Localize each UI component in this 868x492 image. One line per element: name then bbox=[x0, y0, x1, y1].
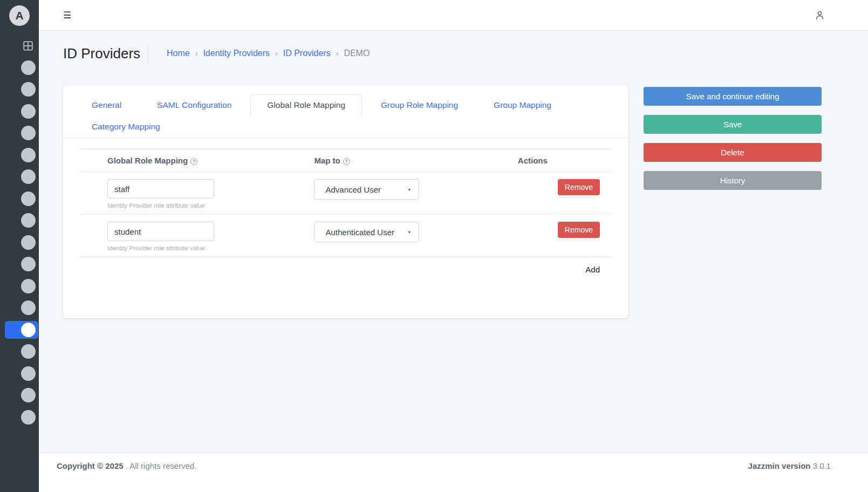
remove-button[interactable]: Remove bbox=[558, 222, 600, 238]
menu-item-icon bbox=[21, 279, 36, 293]
save-and-continue-button[interactable]: Save and continue editing bbox=[644, 87, 822, 106]
save-button[interactable]: Save bbox=[644, 115, 822, 134]
sidebar: A bbox=[0, 0, 39, 492]
sidebar-item[interactable] bbox=[0, 410, 39, 425]
hamburger-icon[interactable]: ☰ bbox=[63, 11, 71, 20]
menu-item-icon bbox=[21, 82, 36, 97]
column-header-label: Map to bbox=[314, 156, 340, 165]
card-body: Global Role Mapping? Map to? Actions bbox=[63, 138, 628, 304]
sidebar-item[interactable] bbox=[0, 279, 39, 293]
column-header-actions: Actions bbox=[507, 149, 612, 172]
help-icon: ? bbox=[343, 158, 350, 165]
sidebar-item[interactable] bbox=[0, 104, 39, 119]
history-button[interactable]: History bbox=[644, 171, 822, 190]
sidebar-item[interactable] bbox=[0, 82, 39, 97]
page-title: ID Providers bbox=[63, 44, 140, 63]
footer-version: Jazzmin version 3.0.1 bbox=[748, 461, 831, 492]
select-value: Advanced User bbox=[325, 185, 381, 194]
menu-item-icon bbox=[21, 148, 36, 162]
user-icon bbox=[815, 10, 825, 20]
breadcrumb-home[interactable]: Home bbox=[167, 49, 190, 58]
add-row: Add bbox=[79, 257, 612, 275]
tab-row-2: Category Mapping bbox=[75, 116, 618, 138]
table-header-row: Global Role Mapping? Map to? Actions bbox=[79, 149, 612, 172]
add-mapping-link[interactable]: Add bbox=[585, 265, 600, 274]
menu-item-icon bbox=[21, 60, 36, 75]
menu-item-icon bbox=[21, 300, 36, 315]
tab-general[interactable]: General bbox=[75, 94, 138, 116]
grid-icon bbox=[23, 41, 33, 51]
breadcrumb-id-providers[interactable]: ID Providers bbox=[283, 49, 331, 58]
sidebar-item[interactable] bbox=[0, 388, 39, 402]
content-header: ID Providers Home › Identity Providers ›… bbox=[39, 31, 868, 71]
column-header-label: Global Role Mapping bbox=[107, 156, 188, 165]
map-to-select[interactable]: Authenticated User ▼ bbox=[314, 222, 419, 242]
sidebar-item[interactable] bbox=[0, 126, 39, 140]
footer-copyright-rest: . All rights reserved. bbox=[124, 461, 197, 470]
content: General SAML Configuration Global Role M… bbox=[39, 71, 868, 318]
brand-logo[interactable]: A bbox=[0, 0, 39, 31]
tab-group-mapping[interactable]: Group Mapping bbox=[477, 94, 568, 116]
table-row: Identity Provider role attribute value A… bbox=[79, 215, 612, 257]
menu-item-icon bbox=[21, 410, 36, 425]
menu-item-icon bbox=[21, 169, 36, 184]
footer-version-rest: 3.0.1 bbox=[810, 461, 831, 470]
footer-version-bold: Jazzmin version bbox=[748, 461, 811, 470]
sidebar-item[interactable] bbox=[0, 192, 39, 206]
header-divider bbox=[148, 44, 148, 63]
menu-item-icon bbox=[21, 192, 36, 206]
role-value-input[interactable] bbox=[107, 179, 214, 199]
sidebar-item[interactable] bbox=[0, 257, 39, 271]
sidebar-item[interactable] bbox=[0, 169, 39, 184]
menu-item-icon bbox=[21, 366, 36, 381]
table-row: Identity Provider role attribute value A… bbox=[79, 172, 612, 215]
help-icon: ? bbox=[190, 158, 197, 165]
sidebar-item-active[interactable] bbox=[5, 321, 38, 339]
card-tabs: General SAML Configuration Global Role M… bbox=[63, 85, 628, 138]
user-menu-button[interactable] bbox=[815, 10, 825, 20]
tab-category-mapping[interactable]: Category Mapping bbox=[75, 116, 177, 138]
footer-copyright-bold: Copyright © 2025 bbox=[57, 461, 124, 470]
select-value: Authenticated User bbox=[325, 228, 394, 237]
chevron-down-icon: ▼ bbox=[408, 188, 412, 192]
footer-copyright: Copyright © 2025 . All rights reserved. bbox=[57, 461, 196, 492]
breadcrumb-separator: › bbox=[336, 49, 339, 58]
sidebar-item[interactable] bbox=[0, 300, 39, 315]
sidebar-item[interactable] bbox=[0, 213, 39, 228]
tab-row-1: General SAML Configuration Global Role M… bbox=[75, 94, 618, 116]
column-header-global-role-mapping: Global Role Mapping? bbox=[79, 149, 314, 172]
breadcrumb-separator: › bbox=[195, 49, 198, 58]
column-header-map-to: Map to? bbox=[314, 149, 507, 172]
delete-button[interactable]: Delete bbox=[644, 143, 822, 162]
sidebar-item[interactable] bbox=[0, 366, 39, 381]
menu-item-icon bbox=[21, 257, 36, 271]
main-area: ☰ ID Providers Home › Identity Providers… bbox=[39, 0, 868, 492]
sidebar-item[interactable] bbox=[0, 60, 39, 75]
chevron-down-icon: ▼ bbox=[408, 230, 412, 234]
tab-saml-configuration[interactable]: SAML Configuration bbox=[140, 94, 248, 116]
input-help-text: Identity Provider role attribute value bbox=[107, 245, 314, 251]
sidebar-item[interactable] bbox=[0, 235, 39, 250]
menu-item-icon bbox=[21, 126, 36, 140]
sidebar-item[interactable] bbox=[0, 148, 39, 162]
sidebar-item-dashboard[interactable] bbox=[0, 38, 39, 53]
breadcrumb-identity-providers[interactable]: Identity Providers bbox=[203, 49, 270, 58]
app-window: A ☰ ID Pro bbox=[0, 0, 868, 492]
tab-global-role-mapping[interactable]: Global Role Mapping bbox=[250, 94, 362, 116]
menu-item-icon bbox=[21, 388, 36, 402]
logo-icon: A bbox=[9, 5, 30, 26]
column-header-label: Actions bbox=[518, 156, 548, 165]
sidebar-item[interactable] bbox=[0, 344, 39, 359]
remove-button[interactable]: Remove bbox=[558, 179, 600, 195]
map-to-select[interactable]: Advanced User ▼ bbox=[314, 179, 419, 200]
menu-item-icon bbox=[21, 344, 36, 359]
top-navbar: ☰ bbox=[39, 0, 868, 31]
actions-panel: Save and continue editing Save Delete Hi… bbox=[644, 85, 822, 190]
role-value-input[interactable] bbox=[107, 222, 214, 241]
breadcrumb-separator: › bbox=[275, 49, 278, 58]
menu-item-icon bbox=[21, 213, 36, 228]
tab-group-role-mapping[interactable]: Group Role Mapping bbox=[364, 94, 475, 116]
breadcrumb: Home › Identity Providers › ID Providers… bbox=[167, 49, 370, 58]
footer: Copyright © 2025 . All rights reserved. … bbox=[39, 453, 868, 492]
mapping-table: Global Role Mapping? Map to? Actions bbox=[79, 149, 612, 257]
